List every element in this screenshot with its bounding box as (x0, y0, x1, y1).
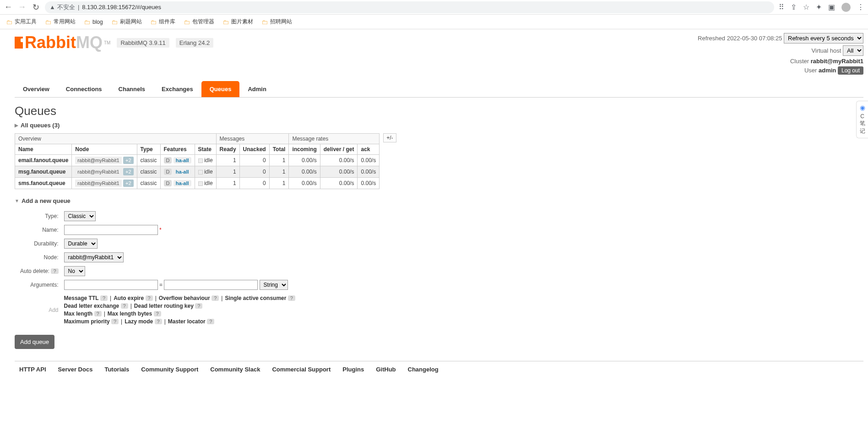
bookmark-item[interactable]: 🗀刷题网站 (109, 18, 144, 26)
columns-toggle[interactable]: +/- (383, 133, 396, 142)
tab-exchanges[interactable]: Exchanges (153, 81, 201, 97)
replica-count[interactable]: +2 (123, 168, 134, 175)
arg-key-input[interactable] (64, 280, 158, 290)
menu-icon[interactable]: ⋮ (857, 3, 864, 11)
forward-button[interactable]: → (17, 2, 27, 12)
arg-helper[interactable]: Max length (64, 311, 93, 317)
tab-channels[interactable]: Channels (110, 81, 154, 97)
footer-link[interactable]: Server Docs (58, 366, 93, 373)
reload-button[interactable]: ↻ (31, 2, 40, 12)
footer-link[interactable]: Community Support (141, 366, 198, 373)
type-select[interactable]: Classic (64, 211, 96, 221)
footer-link[interactable]: GitHub (376, 366, 396, 373)
col-state[interactable]: State (195, 144, 216, 155)
help-icon[interactable]: ? (94, 311, 102, 316)
rabbitmq-logo[interactable]: RabbitMQ TM (15, 33, 110, 52)
refresh-select[interactable]: Refresh every 5 seconds (784, 33, 863, 44)
bookmark-item[interactable]: 🗀招聘网站 (259, 18, 294, 26)
arg-value-input[interactable] (164, 280, 258, 290)
share-icon[interactable]: ⇪ (791, 3, 797, 11)
col-unacked[interactable]: Unacked (239, 144, 269, 155)
replica-count[interactable]: +2 (123, 157, 134, 164)
state-icon (198, 158, 203, 163)
help-icon[interactable]: ? (212, 295, 219, 301)
help-icon[interactable]: ? (111, 319, 119, 324)
logout-button[interactable]: Log out (838, 66, 863, 75)
tab-queues[interactable]: Queues (201, 81, 240, 97)
bookmark-item[interactable]: 🗀blog (81, 18, 105, 26)
url-bar[interactable]: ▲ 不安全 | 8.130.28.198:15672/#/queues (45, 1, 774, 13)
arg-helper[interactable]: Message TTL (64, 295, 99, 301)
bookmark-item[interactable]: 🗀实用工具 (4, 18, 39, 26)
footer-link[interactable]: HTTP API (19, 366, 46, 373)
extensions-icon[interactable]: ✦ (816, 3, 822, 11)
footer-link[interactable]: Commercial Support (272, 366, 331, 373)
col-total[interactable]: Total (269, 144, 289, 155)
sidepanel-icon[interactable]: ▣ (828, 3, 835, 11)
add-queue-button[interactable]: Add queue (15, 335, 54, 349)
help-icon[interactable]: ? (100, 295, 108, 301)
profile-icon[interactable] (841, 3, 851, 12)
cluster-label: Cluster (790, 58, 809, 65)
tab-admin[interactable]: Admin (239, 81, 274, 97)
nav-tabs: OverviewConnectionsChannelsExchangesQueu… (15, 81, 863, 98)
node-label: Node: (20, 251, 61, 264)
col-features[interactable]: Features (160, 144, 195, 155)
help-icon[interactable]: ? (51, 268, 58, 274)
erlang-badge: Erlang 24.2 (176, 38, 214, 48)
arg-helper[interactable]: Maximum priority (64, 318, 110, 325)
node-select[interactable]: rabbit@myRabbit1 (64, 252, 124, 262)
arg-helper[interactable]: Overflow behaviour (159, 295, 210, 301)
queue-name-link[interactable]: sms.fanout.queue (18, 180, 65, 186)
help-icon[interactable]: ? (155, 319, 162, 324)
bookmark-item[interactable]: 🗀图片素材 (220, 18, 255, 26)
arg-helper[interactable]: Dead letter exchange (64, 303, 119, 309)
side-notes-panel[interactable]: ◉ C 笔记 (856, 101, 868, 138)
arg-type-select[interactable]: String (260, 280, 288, 290)
help-icon[interactable]: ? (146, 295, 153, 301)
arg-helper[interactable]: Single active consumer (225, 295, 286, 301)
replica-count[interactable]: +2 (123, 180, 134, 187)
arg-helper[interactable]: Master locator (168, 318, 206, 325)
star-icon[interactable]: ☆ (803, 3, 809, 11)
bookmark-item[interactable]: 🗀常用网站 (43, 18, 78, 26)
help-icon[interactable]: ? (195, 303, 202, 309)
bookmark-item[interactable]: 🗀包管理器 (181, 18, 217, 26)
col-ready[interactable]: Ready (216, 144, 239, 155)
node-tag: rabbit@myRabbit1 (75, 168, 121, 175)
col-type[interactable]: Type (137, 144, 160, 155)
col-ack[interactable]: ack (358, 144, 380, 155)
col-node[interactable]: Node (72, 144, 137, 155)
tab-connections[interactable]: Connections (58, 81, 110, 97)
arg-helper[interactable]: Auto expire (114, 295, 144, 301)
footer-link[interactable]: Plugins (342, 366, 364, 373)
all-queues-toggle[interactable]: ▶ All queues (3) (15, 122, 863, 129)
arg-helper[interactable]: Max length bytes (108, 311, 152, 317)
arg-helper[interactable]: Dead letter routing key (134, 303, 194, 309)
autodelete-select[interactable]: No (64, 266, 85, 276)
col-name[interactable]: Name (15, 144, 72, 155)
durability-select[interactable]: Durable (64, 239, 98, 249)
queue-name-link[interactable]: msg.fanout.queue (18, 169, 65, 175)
footer-link[interactable]: Tutorials (104, 366, 129, 373)
footer-link[interactable]: Community Slack (210, 366, 260, 373)
bookmark-item[interactable]: 🗀组件库 (148, 18, 178, 26)
queue-name-link[interactable]: email.fanout.queue (18, 157, 68, 164)
add-queue-toggle[interactable]: ▼ Add a new queue (15, 197, 863, 204)
folder-icon: 🗀 (45, 18, 51, 26)
translate-icon[interactable]: ⠿ (779, 3, 784, 11)
tab-overview[interactable]: Overview (15, 81, 58, 97)
col-incoming[interactable]: incoming (289, 144, 320, 155)
help-icon[interactable]: ? (154, 311, 161, 316)
warning-icon: ▲ (49, 4, 55, 11)
help-icon[interactable]: ? (121, 303, 128, 309)
footer-link[interactable]: Changelog (408, 366, 439, 373)
col-deliver-get[interactable]: deliver / get (320, 144, 358, 155)
arg-helper[interactable]: Lazy mode (125, 318, 153, 325)
name-input[interactable] (64, 225, 158, 235)
back-button[interactable]: ← (4, 2, 13, 12)
queues-table: Overview Messages Message rates NameNode… (15, 133, 380, 189)
help-icon[interactable]: ? (207, 319, 214, 324)
help-icon[interactable]: ? (288, 295, 295, 301)
vhost-select[interactable]: All (843, 45, 863, 56)
